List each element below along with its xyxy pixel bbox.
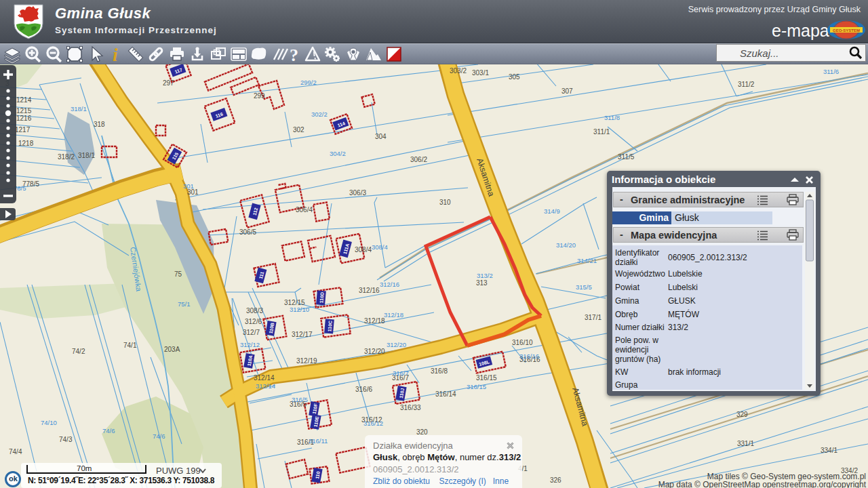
- svg-text:318/1: 318/1: [71, 105, 87, 113]
- svg-text:312/20: 312/20: [387, 341, 406, 348]
- svg-text:312/16: 312/16: [359, 287, 380, 294]
- svg-text:312/6: 312/6: [245, 318, 262, 325]
- svg-text:315/5: 315/5: [576, 283, 592, 291]
- svg-text:316/15: 316/15: [467, 383, 486, 390]
- svg-text:329: 329: [736, 411, 748, 418]
- svg-text:312/16: 312/16: [380, 281, 399, 288]
- svg-text:312/14: 312/14: [254, 374, 275, 382]
- svg-text:316/11: 316/11: [309, 437, 328, 445]
- svg-text:75: 75: [174, 270, 182, 278]
- svg-text:74/1: 74/1: [123, 342, 137, 349]
- svg-text:308/4: 308/4: [355, 246, 372, 253]
- svg-text:316/6: 316/6: [355, 386, 372, 393]
- svg-text:318: 318: [94, 121, 105, 128]
- svg-text:326: 326: [550, 476, 561, 484]
- svg-text:311/5: 311/5: [618, 153, 635, 161]
- svg-text:312/7: 312/7: [243, 329, 260, 336]
- svg-text:318/1: 318/1: [78, 152, 95, 159]
- svg-text:306/4: 306/4: [296, 206, 313, 214]
- svg-text:316/33: 316/33: [400, 404, 421, 411]
- svg-text:i: i: [113, 45, 118, 65]
- svg-text:306/5: 306/5: [239, 228, 256, 236]
- svg-text:305: 305: [509, 73, 520, 81]
- svg-text:299: 299: [254, 92, 265, 100]
- svg-text:299/2: 299/2: [300, 79, 317, 86]
- svg-text:318/2: 318/2: [58, 153, 75, 161]
- svg-text:312/19: 312/19: [296, 357, 317, 365]
- svg-text:302/2: 302/2: [311, 110, 328, 118]
- svg-text:316/7: 316/7: [393, 369, 409, 377]
- svg-text:316/12: 316/12: [363, 420, 383, 427]
- svg-text:316/16: 316/16: [519, 352, 539, 360]
- svg-text:311/8: 311/8: [604, 114, 620, 121]
- svg-text:312/14: 312/14: [256, 382, 275, 390]
- svg-text:74/4: 74/4: [9, 448, 22, 455]
- svg-text:316/14: 316/14: [435, 390, 456, 398]
- svg-text:304/2: 304/2: [330, 150, 346, 157]
- svg-text:307: 307: [561, 87, 573, 95]
- svg-text:313: 313: [476, 279, 488, 287]
- svg-text:310: 310: [439, 199, 451, 206]
- svg-text:314/20: 314/20: [556, 241, 576, 249]
- svg-text:74/10: 74/10: [41, 419, 57, 426]
- svg-text:314/9: 314/9: [544, 207, 560, 215]
- svg-text:74/6: 74/6: [153, 432, 165, 440]
- svg-text:306/3: 306/3: [349, 189, 366, 197]
- svg-text:311/6: 311/6: [823, 68, 839, 75]
- svg-text:110C: 110C: [327, 321, 332, 332]
- svg-text:316/10: 316/10: [512, 339, 533, 346]
- svg-text:316/15: 316/15: [476, 374, 497, 382]
- svg-text:1216: 1216: [16, 115, 32, 122]
- svg-text:75/1: 75/1: [178, 300, 191, 308]
- svg-text:312/17: 312/17: [292, 331, 313, 338]
- svg-text:334/1: 334/1: [821, 447, 837, 454]
- svg-text:312/18: 312/18: [384, 311, 403, 319]
- svg-text:74/6: 74/6: [102, 427, 115, 434]
- svg-text:317/1: 317/1: [585, 314, 601, 321]
- svg-text:314/21: 314/21: [577, 257, 597, 264]
- svg-text:311/2: 311/2: [738, 81, 755, 88]
- svg-text:1215: 1215: [16, 107, 32, 115]
- svg-text:302: 302: [293, 126, 304, 134]
- svg-text:311/1: 311/1: [593, 128, 610, 136]
- svg-text:74/3: 74/3: [59, 436, 73, 443]
- svg-text:312/10: 312/10: [290, 306, 309, 313]
- svg-text:312/12: 312/12: [240, 341, 260, 348]
- svg-text:308/4: 308/4: [372, 243, 388, 251]
- svg-text:331/1: 331/1: [737, 440, 754, 447]
- svg-text:312/18: 312/18: [364, 317, 385, 325]
- svg-text:303/1: 303/1: [472, 69, 489, 77]
- svg-text:308/3: 308/3: [246, 307, 263, 314]
- svg-text:74/2: 74/2: [72, 348, 85, 355]
- svg-text:110D: 110D: [319, 292, 324, 304]
- svg-text:306/2: 306/2: [410, 156, 427, 163]
- svg-text:1217: 1217: [15, 126, 31, 134]
- svg-text:301: 301: [183, 182, 194, 190]
- svg-text:1214: 1214: [16, 96, 32, 104]
- svg-text:1218: 1218: [18, 140, 34, 147]
- svg-text:?: ?: [290, 45, 298, 65]
- svg-text:GEO-SYSTEM: GEO-SYSTEM: [833, 28, 860, 33]
- svg-text:316/8: 316/8: [431, 367, 448, 375]
- svg-text:297: 297: [163, 79, 174, 87]
- svg-text:312/20: 312/20: [364, 348, 385, 355]
- svg-text:303/2: 303/2: [450, 67, 467, 75]
- svg-text:316/5: 316/5: [292, 396, 308, 403]
- svg-text:313/2: 313/2: [477, 272, 493, 279]
- svg-text:304: 304: [375, 133, 387, 140]
- svg-text:203A: 203A: [164, 346, 180, 353]
